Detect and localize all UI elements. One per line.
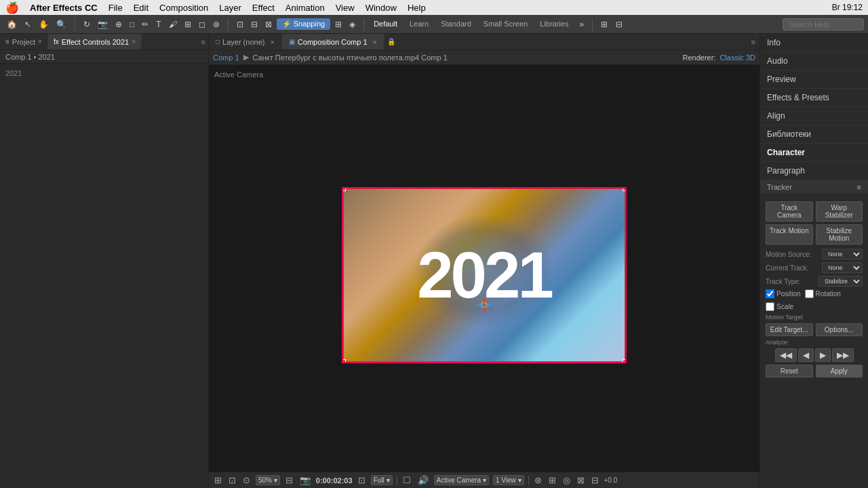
quality-dropdown[interactable]: Full ▾ [371,475,393,485]
rotation-checkbox[interactable] [805,289,814,298]
panel-info[interactable]: Info [760,34,868,52]
tab-effect-controls[interactable]: fx Effect Controls 2021 × [48,34,142,49]
workspace-small-screen[interactable]: Small Screen [479,18,532,30]
render-btn[interactable]: ☐ [401,474,412,487]
apply-btn[interactable]: Apply [816,365,863,378]
camera-dropdown[interactable]: Active Camera ▾ [434,475,489,485]
puppet-tool[interactable]: ⊛ [210,18,222,30]
handle-bottom-left[interactable] [343,359,346,362]
snapshot-btn[interactable]: 📷 [298,474,312,487]
panel-menu-btn[interactable]: ≡ [201,38,205,46]
viewer-layout-btn[interactable]: ⊞ [598,18,610,30]
clone-tool[interactable]: ⊞ [182,18,194,30]
menu-help[interactable]: Help [408,3,426,13]
current-track-dropdown[interactable]: None [822,262,863,273]
menu-file[interactable]: File [108,3,123,13]
views-dropdown[interactable]: 1 View ▾ [493,475,524,485]
selection-tool[interactable]: ↖ [22,18,34,30]
viewport[interactable]: Active Camera 2021 [209,65,760,472]
fit-btn[interactable]: ⊟ [284,474,294,487]
panel-preview[interactable]: Preview [760,70,868,89]
workspace-standard[interactable]: Standard [437,18,475,30]
play-backward-full-btn[interactable]: ◀◀ [775,348,797,362]
motion-blur-btn[interactable]: ◎ [561,474,572,487]
tab-layer-none[interactable]: □ Layer (none) × [209,34,282,49]
snap-btn[interactable]: ⊠ [262,18,275,30]
distribute-btn[interactable]: ⊟ [248,18,260,30]
snap-options[interactable]: ⊞ [332,18,344,30]
warp-stabilizer-btn[interactable]: Warp Stabilizer [816,201,863,222]
tab-project[interactable]: ≡ Project × [0,34,48,49]
tab-effect-controls-close[interactable]: × [132,38,136,45]
3d-renderer-btn[interactable]: ⊛ [533,474,543,487]
comp-tab-menu[interactable]: ≡ [751,38,755,46]
brush-tool[interactable]: 🖌 [166,18,180,30]
reset-btn[interactable]: Reset [766,365,813,378]
tab-project-close[interactable]: × [38,38,42,45]
rotate-tool[interactable]: ↻ [81,18,93,30]
tab-comp1-close[interactable]: × [373,38,377,46]
track-camera-btn[interactable]: Track Camera [766,201,813,222]
panel-audio[interactable]: Audio [760,52,868,70]
eraser-tool[interactable]: ◻ [196,18,208,30]
viewer-layout-btn2[interactable]: ⊟ [613,18,625,30]
tracker-menu[interactable]: ≡ [857,183,861,191]
workspace-default[interactable]: Default [370,18,401,30]
align-btn[interactable]: ⊡ [234,18,246,30]
menu-composition[interactable]: Composition [159,3,208,13]
menu-view[interactable]: View [336,3,355,13]
scale-checkbox[interactable] [766,302,774,311]
menu-window[interactable]: Window [366,3,397,13]
color-mgmt-btn[interactable]: ⊟ [590,474,600,487]
rotation-checkbox-label[interactable]: Rotation [805,289,841,298]
scale-checkbox-label[interactable]: Scale [766,302,793,311]
comp-breadcrumb-name[interactable]: Comp 1 [213,54,239,62]
position-checkbox-label[interactable]: Position [766,289,801,298]
panel-effects-presets[interactable]: Effects & Presets [760,89,868,107]
position-checkbox[interactable] [766,289,774,298]
workspace-more[interactable]: » [576,18,587,30]
zoom-tool[interactable]: 🔍 [54,18,69,30]
snapping-label[interactable]: ⚡ Snapping [277,18,331,30]
motion-source-dropdown[interactable]: None [822,249,863,260]
workspace-learn[interactable]: Learn [406,18,433,30]
apple-menu[interactable]: 🍎 [5,1,19,14]
stabilize-motion-btn[interactable]: Stabilize Motion [816,224,863,245]
toggle-mask-btn[interactable]: ⊡ [227,474,237,487]
home-btn[interactable]: 🏠 [4,18,20,30]
handle-top-right[interactable] [623,188,625,191]
panel-align[interactable]: Align [760,107,868,125]
audio-btn[interactable]: 🔊 [416,474,430,487]
motion-path-btn[interactable]: ◈ [347,18,358,30]
play-forward-btn[interactable]: ▶ [815,348,831,362]
target-btn[interactable]: ⊙ [241,474,252,487]
camera-tool[interactable]: 📷 [95,18,111,30]
menu-animation[interactable]: Animation [285,3,325,13]
menu-edit[interactable]: Edit [134,3,149,13]
transform-widget[interactable] [477,298,491,313]
shape-tool[interactable]: □ [127,18,137,30]
pan-tool[interactable]: ⊕ [113,18,125,30]
renderer-value[interactable]: Classic 3D [719,54,755,62]
draft-btn[interactable]: ⊠ [576,474,586,487]
track-type-dropdown[interactable]: Stabilize [818,276,863,287]
track-motion-btn[interactable]: Track Motion [766,224,813,245]
play-backward-btn[interactable]: ◀ [798,348,814,362]
workspace-libraries[interactable]: Libraries [536,18,572,30]
handle-top-left[interactable] [343,188,346,191]
pen-tool[interactable]: ✏ [139,18,151,30]
edit-target-btn[interactable]: Edit Target... [766,323,813,336]
tab-comp1[interactable]: ▣ Composition Comp 1 × [282,34,384,49]
grid-btn[interactable]: ⊞ [547,474,557,487]
text-tool[interactable]: T [153,18,163,30]
hide-shy-btn[interactable]: ⊡ [357,474,367,487]
zoom-dropdown[interactable]: 50% ▾ [256,475,280,485]
snap-to-frame-btn[interactable]: ⊞ [213,474,223,487]
handle-bottom-right[interactable] [623,359,625,362]
hand-tool[interactable]: ✋ [36,18,52,30]
menu-layer[interactable]: Layer [219,3,241,13]
tab-layer-none-close[interactable]: × [270,38,274,46]
options-btn[interactable]: Options... [816,323,863,336]
panel-biblioteki[interactable]: Библиотеки [760,125,868,144]
panel-paragraph[interactable]: Paragraph [760,162,868,180]
